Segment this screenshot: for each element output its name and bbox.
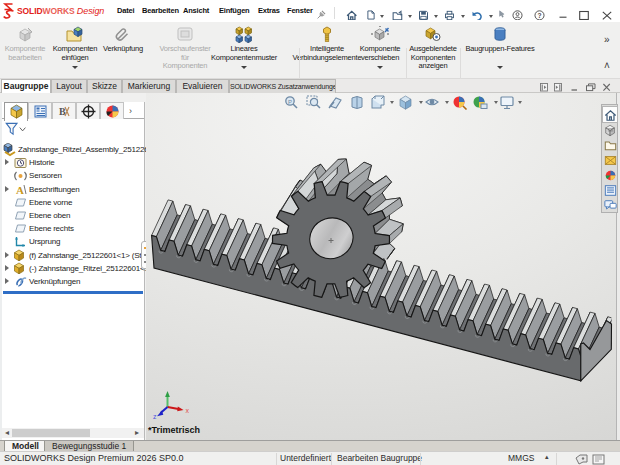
svg-text:x: x bbox=[186, 407, 190, 414]
svg-text:A: A bbox=[16, 184, 24, 196]
svg-text:P: P bbox=[288, 99, 292, 105]
svg-text:z: z bbox=[153, 413, 157, 420]
svg-text:?: ? bbox=[537, 12, 541, 19]
